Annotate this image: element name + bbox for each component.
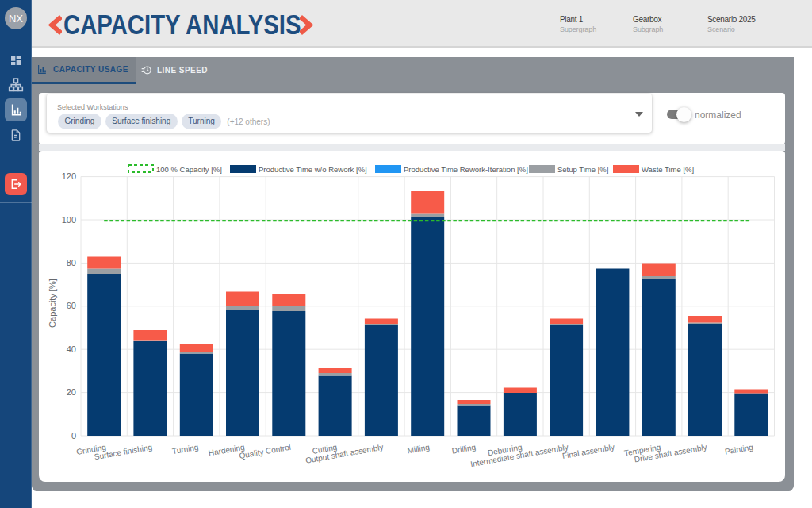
svg-text:60: 60 — [67, 301, 76, 310]
svg-text:Capacity [%]: Capacity [%] — [48, 279, 57, 328]
svg-text:120: 120 — [62, 171, 76, 181]
svg-text:Final assembly: Final assembly — [561, 443, 615, 460]
svg-text:100: 100 — [62, 215, 76, 225]
svg-text:Drilling: Drilling — [451, 443, 477, 456]
svg-text:Turning: Turning — [171, 443, 199, 456]
svg-text:80: 80 — [67, 258, 76, 267]
svg-text:0: 0 — [71, 431, 76, 441]
svg-text:Quality Control: Quality Control — [239, 443, 292, 460]
svg-text:Milling: Milling — [407, 443, 431, 456]
svg-text:Painting: Painting — [724, 443, 754, 456]
svg-text:20: 20 — [67, 387, 76, 397]
svg-text:40: 40 — [67, 344, 76, 354]
